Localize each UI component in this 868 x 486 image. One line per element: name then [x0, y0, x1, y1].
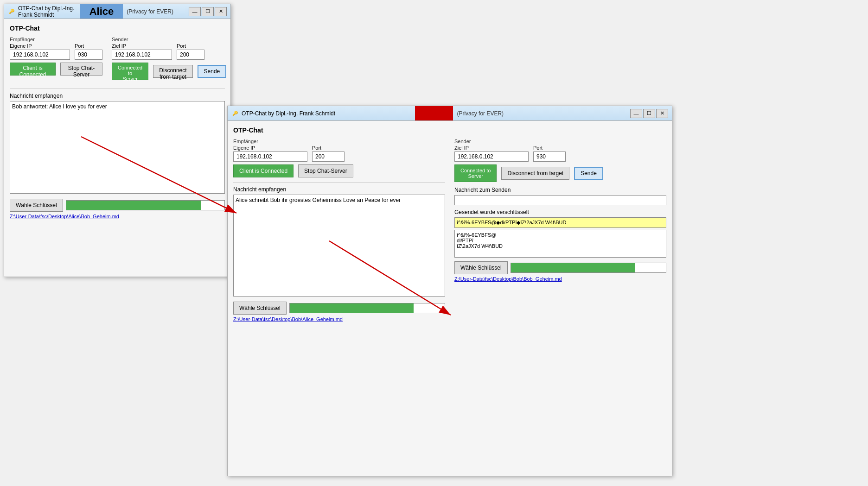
alice-key-row: Wähle Schlüssel [10, 199, 225, 212]
alice-maximize-btn[interactable]: ☐ [202, 7, 214, 16]
bob-stop-server-btn[interactable]: Stop Chat-Server [298, 164, 353, 177]
alice-sende-btn[interactable]: Sende [198, 65, 227, 78]
bob-maximize-btn[interactable]: ☐ [643, 109, 655, 118]
bob-sender-port-input[interactable] [533, 151, 566, 162]
alice-ziel-ip-group: Ziel IP [112, 43, 172, 60]
bob-encrypted-multi-text: î^&î%-6EYBFS@dl/PTPîîZ\2aJX7d W4f\BUD [457, 232, 503, 249]
alice-sender-ip-row: Ziel IP Port [112, 43, 226, 60]
alice-eigene-ip-input[interactable] [10, 50, 70, 60]
bob-file-path-right[interactable]: Z:\User-Data\fsc\Desktop\Bob\Bob_Geheim.… [454, 276, 666, 282]
bob-sender-port-label: Port [533, 145, 566, 151]
alice-sender-label: Sender [112, 37, 226, 42]
bob-encrypted-multi: î^&î%-6EYBFS@dl/PTPîîZ\2aJX7d W4f\BUD [454, 230, 666, 258]
bob-user-label: Bob [415, 106, 453, 120]
alice-sender-btns: Connected to Server Disconnect from targ… [112, 63, 226, 80]
alice-file-path[interactable]: Z:\User-Data\fsc\Desktop\Alice\Bob_Gehei… [10, 214, 225, 219]
bob-eigene-ip-label: Eigene IP [233, 145, 307, 151]
bob-sender-ip-row: Ziel IP Port [454, 145, 666, 162]
bob-gesendet-label: Gesendet wurde verschlüsselt [454, 209, 666, 215]
bob-encrypted-single: î^&î%-6EYBFS@◆di/PTPî◆îZ\2aJX7d W4f\BUD [454, 217, 666, 228]
bob-progress-fill-left [290, 303, 414, 313]
bob-nachricht-area[interactable]: Alice schreibt Bob ihr groestes Geheimni… [233, 195, 445, 297]
bob-sende-btn[interactable]: Sende [574, 167, 603, 180]
bob-sender-col: Sender Ziel IP Port Connected to Server … [454, 139, 666, 322]
alice-close-btn[interactable]: ✕ [215, 7, 227, 16]
alice-main-area: Empfänger Eigene IP Port Client is Conne… [10, 37, 225, 85]
bob-key-row-right: Wähle Schlüssel [454, 261, 666, 274]
alice-ip-row: Eigene IP Port [10, 43, 102, 60]
bob-connected-server-btn[interactable]: Connected to Server [454, 164, 497, 182]
bob-client-connected-btn[interactable]: Client is Connected [233, 164, 294, 177]
alice-eigene-ip-group: Eigene IP [10, 43, 70, 60]
alice-port-label: Port [75, 43, 102, 49]
alice-wahle-key-btn[interactable]: Wähle Schlüssel [10, 199, 63, 212]
alice-window: 🔑 OTP-Chat by Dipl.-Ing. Frank Schmidt A… [4, 4, 231, 277]
bob-sender-label: Sender [454, 139, 666, 144]
alice-ziel-ip-input[interactable] [112, 50, 172, 60]
bob-empfanger-label: Empfänger [233, 139, 445, 144]
bob-port-label: Port [312, 145, 345, 151]
alice-user-label: Alice [80, 4, 123, 19]
bob-progress-fill-right [511, 263, 635, 272]
alice-sender-port-label: Port [177, 43, 204, 49]
alice-sender-port-group: Port [177, 43, 204, 60]
bob-ziel-ip-label: Ziel IP [454, 145, 529, 151]
bob-nachricht-senden-input[interactable] [454, 195, 666, 205]
bob-eigene-ip-group: Eigene IP [233, 145, 307, 162]
bob-nachricht-zum-senden-label: Nachricht zum Senden [454, 187, 666, 193]
bob-progress-left [289, 303, 445, 313]
alice-empfanger-col: Empfänger Eigene IP Port Client is Conne… [10, 37, 102, 85]
bob-main-area: Empfänger Eigene IP Port Client is Conne… [233, 139, 666, 322]
bob-disconnect-btn[interactable]: Disconnect from target [501, 167, 569, 180]
bob-title-bar: 🔑 OTP-Chat by Dipl.-Ing. Frank Schmidt B… [228, 106, 672, 121]
bob-progress-right [511, 263, 666, 273]
alice-window-controls: — ☐ ✕ [189, 7, 227, 16]
bob-eigene-ip-input[interactable] [233, 151, 307, 162]
bob-empfanger-btns: Client is Connected Stop Chat-Server [233, 164, 445, 177]
bob-app-title: OTP-Chat [233, 126, 666, 134]
alice-progress-fill [66, 201, 201, 210]
bob-sender-btns: Connected to Server Disconnect from targ… [454, 164, 666, 182]
bob-nachricht-label: Nachricht empfangen [233, 186, 445, 193]
alice-app-title: OTP-Chat [10, 25, 225, 32]
bob-wahle-key-btn-left[interactable]: Wähle Schlüssel [233, 302, 287, 315]
bob-window-controls: — ☐ ✕ [630, 109, 668, 118]
alice-client-connected-btn[interactable]: Client is Connected [10, 63, 56, 76]
alice-stop-server-btn[interactable]: Stop Chat-Server [60, 63, 102, 76]
alice-port-group: Port [75, 43, 102, 60]
alice-eigene-ip-label: Eigene IP [10, 43, 70, 49]
alice-content: OTP-Chat Empfänger Eigene IP Port Client [4, 19, 230, 225]
bob-content: OTP-Chat Empfänger Eigene IP Port Client [228, 121, 672, 328]
bob-title: OTP-Chat by Dipl.-Ing. Frank Schmidt [242, 110, 415, 117]
bob-port-group: Port [312, 145, 345, 162]
bob-ziel-ip-input[interactable] [454, 151, 529, 162]
alice-privacy-label: (Privacy for EVER) [123, 8, 189, 15]
alice-nachricht-label: Nachricht empfangen [10, 93, 225, 99]
alice-disconnect-btn[interactable]: Disconnect from target [153, 65, 192, 78]
bob-window: 🔑 OTP-Chat by Dipl.-Ing. Frank Schmidt B… [227, 106, 672, 476]
alice-progress-container [66, 200, 225, 210]
bob-empfanger-col: Empfänger Eigene IP Port Client is Conne… [233, 139, 445, 322]
bob-port-input[interactable] [312, 151, 345, 162]
alice-connected-server-btn[interactable]: Connected to Server [112, 63, 148, 80]
bob-minimize-btn[interactable]: — [630, 109, 642, 118]
alice-sender-port-input[interactable] [177, 50, 204, 60]
bob-ziel-ip-group: Ziel IP [454, 145, 529, 162]
alice-ziel-ip-label: Ziel IP [112, 43, 172, 49]
alice-empfanger-btns: Client is Connected Stop Chat-Server [10, 63, 102, 76]
bob-wahle-key-btn-right[interactable]: Wähle Schlüssel [454, 261, 508, 274]
alice-app-icon: 🔑 [8, 8, 15, 15]
bob-sender-port-group: Port [533, 145, 566, 162]
alice-title-bar: 🔑 OTP-Chat by Dipl.-Ing. Frank Schmidt A… [4, 4, 230, 19]
alice-empfanger-label: Empfänger [10, 37, 102, 42]
alice-sender-col: Sender Ziel IP Port Connected to Server … [112, 37, 226, 85]
bob-key-row-left: Wähle Schlüssel [233, 302, 445, 315]
bob-file-path-left[interactable]: Z:\User-Data\fsc\Desktop\Bob\Alice_Gehei… [233, 316, 445, 322]
bob-ip-row: Eigene IP Port [233, 145, 445, 162]
alice-port-input[interactable] [75, 50, 102, 60]
bob-close-btn[interactable]: ✕ [656, 109, 668, 118]
alice-minimize-btn[interactable]: — [189, 7, 201, 16]
bob-privacy-label: (Privacy for EVER) [453, 110, 630, 117]
alice-nachricht-area[interactable]: Bob antwortet: Alice I love you for ever [10, 101, 225, 194]
bob-app-icon: 🔑 [231, 110, 239, 117]
